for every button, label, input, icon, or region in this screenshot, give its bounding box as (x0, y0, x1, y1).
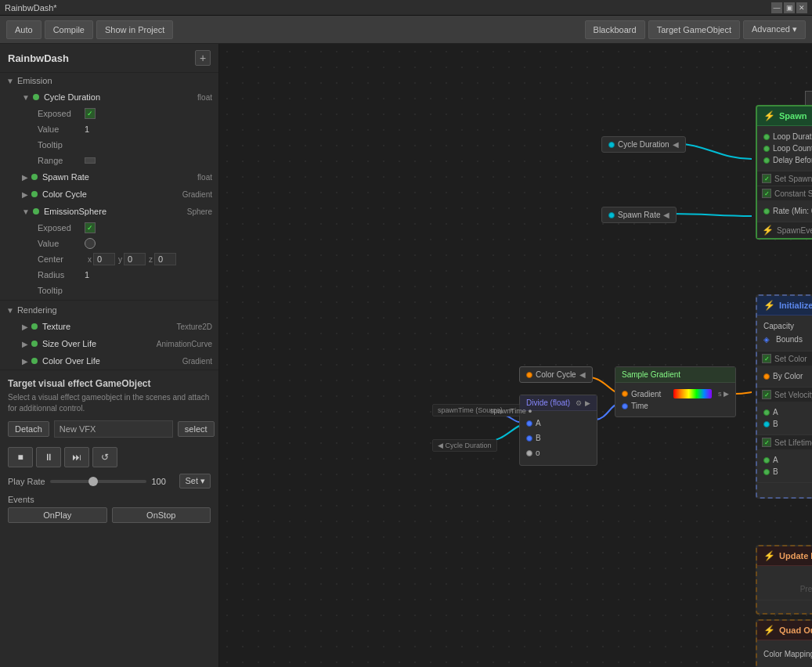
next-button[interactable]: ⏭ (64, 447, 89, 467)
update-icon: ⚡ (763, 550, 775, 561)
divide-settings-icon[interactable]: ⚙ (576, 399, 582, 407)
auto-button[interactable]: Auto (6, 20, 42, 39)
select-button[interactable]: select (178, 421, 215, 437)
set-lifetime-section[interactable]: ✓ Set Lifetime Random (Uniform) (757, 434, 812, 449)
cycle-duration-row[interactable]: ▼ Cycle Duration float (0, 88, 218, 106)
texture-type: Texture2D (176, 323, 212, 331)
spawn-rate-node[interactable]: Spawn Rate ◀ (601, 207, 677, 223)
start-tab[interactable]: Start (805, 91, 812, 106)
divide-a-label: A (536, 419, 541, 427)
by-color-port (763, 373, 770, 380)
delay-port (763, 157, 770, 164)
minimize-button[interactable]: — (771, 2, 782, 13)
set-spawn-time-label: Set Spawn Time (774, 175, 812, 183)
advanced-button[interactable]: Advanced ▾ (743, 20, 806, 39)
texture-row[interactable]: ▶ Texture Texture2D (0, 318, 218, 335)
texture-arrow: ▶ (22, 323, 28, 331)
rate-slider[interactable] (50, 480, 147, 483)
loop-dur-label: Loop Duration (773, 132, 812, 141)
set-spawn-time-section[interactable]: ✓ Set Spawn Time (757, 171, 812, 186)
lifetime-a-label: A (773, 456, 812, 464)
new-vfx-input[interactable] (54, 420, 173, 438)
texture-dot (31, 323, 38, 330)
rendering-arrow-icon: ▼ (6, 306, 14, 315)
emission-sphere-dot (33, 208, 39, 215)
sphere-center: Center x 0 y 0 z 0 (0, 251, 218, 267)
set-velocity-section[interactable]: ✓ Set Velocity Random (Per-component) (757, 387, 812, 402)
playback-controls: ■ ⏸ ⏭ ↺ (8, 444, 211, 471)
set-color-section[interactable]: ✓ Set Color (757, 351, 812, 366)
section-rendering[interactable]: ▼ Rendering (0, 302, 218, 318)
loop-dur-port (763, 134, 770, 140)
velocity-check[interactable]: ✓ (762, 390, 771, 399)
cycle-duration-node[interactable]: Cycle Duration ◀ (601, 136, 686, 153)
sphere-tooltip-label: Tooltip (38, 286, 85, 295)
lifetime-b-port (763, 469, 770, 475)
quad-header: ⚡ Quad Output LOCAL (757, 621, 812, 640)
close-button[interactable]: ✕ (796, 2, 807, 13)
onplay-button[interactable]: OnPlay (8, 507, 107, 523)
sample-grad-body: Gradient s ▶ Time (615, 383, 735, 416)
constant-spawn-rate-section[interactable]: ✓ Constant Spawn Rate (757, 186, 812, 200)
value-val: 1 (85, 124, 89, 134)
update-particle-port-bottom: ⚡ Particle (757, 600, 812, 613)
center-y-field: y 0 (118, 253, 146, 265)
sample-gradient-node[interactable]: Sample Gradient Gradient s ▶ Time (615, 366, 736, 417)
loop-button[interactable]: ↺ (92, 447, 117, 467)
divide-expand-icon[interactable]: ▶ (585, 399, 590, 407)
spawn-event-label: SpawnEvent (777, 226, 812, 235)
color-cycle-name: Color Cycle (42, 189, 182, 199)
quad-output-node[interactable]: ⚡ Quad Output LOCAL Color Mapping Mode D… (756, 619, 812, 667)
spawn-node[interactable]: ⚡ Spawn Loop Duration Loop Count 1 Delay… (756, 105, 812, 240)
cycle-dur-tooltip: Tooltip (0, 137, 218, 153)
divide-inputs: A B o (526, 417, 541, 459)
spawn-event-section: ⚡ SpawnEvent (757, 222, 812, 238)
tooltip-label: Tooltip (38, 140, 85, 150)
set-button[interactable]: Set ▾ (179, 474, 211, 489)
color-cycle-row[interactable]: ▶ Color Cycle Gradient (0, 186, 218, 203)
bounds-icon: ◈ (763, 335, 770, 344)
onstop-button[interactable]: OnStop (112, 507, 211, 523)
target-gameobject-button[interactable]: Target GameObject (648, 20, 740, 39)
gradient-input-label: Gradient (631, 390, 670, 398)
set-color-check[interactable]: ✓ (762, 354, 771, 363)
connections-svg (219, 44, 812, 667)
range-checkbox[interactable] (85, 157, 96, 164)
panel-header: RainbwDash + (0, 44, 218, 73)
detach-button[interactable]: Detach (8, 421, 49, 437)
sphere-exposed-check[interactable]: ✓ (85, 222, 96, 233)
node-canvas[interactable]: Start Stop Cycle Duration ◀ Spawn Rate ◀… (219, 44, 812, 667)
spawn-time-check[interactable]: ✓ (762, 174, 771, 183)
section-emission[interactable]: ▼ Emission (0, 73, 218, 88)
sample-grad-title: Sample Gradient (622, 370, 680, 379)
quad-title: Quad Output (779, 626, 812, 635)
color-over-life-row[interactable]: ▶ Color Over Life Gradient (0, 352, 218, 370)
cycle-duration-source-label: ◀ Cycle Duration (432, 439, 497, 452)
rate-min-label: Rate (Min: 0) (773, 207, 812, 215)
lifetime-check[interactable]: ✓ (762, 438, 771, 447)
update-particle-node[interactable]: ⚡ Update Particle LOCAL ⚡ Particle Press… (756, 545, 812, 615)
stop-button[interactable]: ■ (8, 447, 33, 467)
maximize-button[interactable]: ▣ (784, 2, 795, 13)
emission-sphere-row[interactable]: ▼ EmissionSphere Sphere (0, 203, 218, 220)
blackboard-button[interactable]: Blackboard (585, 20, 645, 39)
cycle-dur-name: Cycle Duration (44, 92, 197, 102)
show-in-project-button[interactable]: Show in Project (96, 20, 173, 39)
cycle-dur-node-label: Cycle Duration (618, 140, 669, 149)
size-over-life-row[interactable]: ▶ Size Over Life AnimationCurve (0, 335, 218, 352)
rate-value: 100 (151, 477, 175, 486)
cycle-dur-arrow: ▼ (22, 93, 30, 102)
color-map-label: Color Mapping Mode (763, 650, 812, 658)
spawn-rate-row[interactable]: ▶ Spawn Rate float (0, 168, 218, 186)
velocity-label: Set Velocity Random (Per-component) (774, 391, 812, 399)
panel-add-button[interactable]: + (195, 50, 211, 66)
color-cycle-mini-node[interactable]: Color Cycle ◀ (519, 366, 593, 383)
init-title: Initialize Particle (779, 301, 812, 310)
rate-label: Play Rate (8, 477, 45, 486)
compile-button[interactable]: Compile (45, 20, 93, 39)
exposed-checkbox[interactable]: ✓ (85, 108, 96, 119)
col-type: Gradient (182, 357, 212, 366)
init-particle-node[interactable]: ⚡ Initialize Particle LOCAL Capacity 32 … (756, 294, 812, 499)
spawn-rate-check[interactable]: ✓ (762, 189, 771, 198)
pause-button[interactable]: ⏸ (36, 447, 61, 467)
